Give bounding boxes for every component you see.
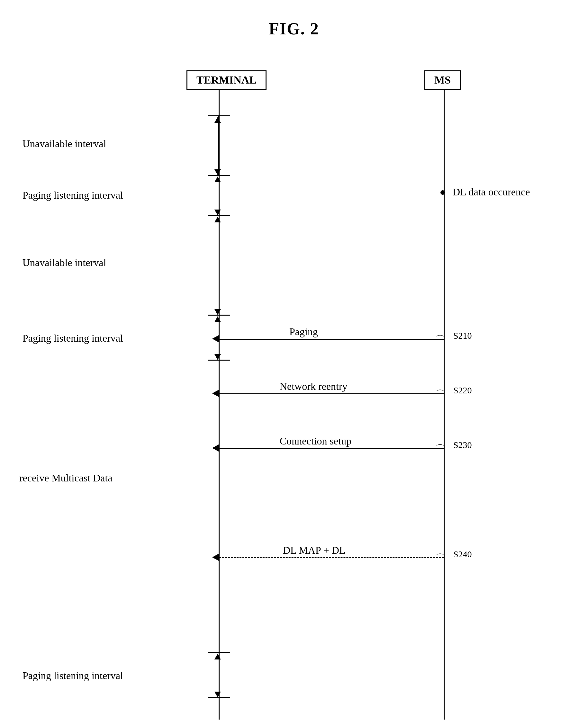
paging-arrow-line: [219, 339, 444, 340]
reentry-label: Network reentry: [280, 381, 348, 392]
arrow-up-unavail2: [214, 217, 221, 222]
tick-paging3-top: [208, 652, 230, 653]
ms-vline: [444, 90, 445, 720]
dl-data-dot: [440, 190, 445, 195]
paging-label: Paging: [289, 326, 318, 338]
arrow-down-unavail1: [214, 169, 221, 175]
receive-multicast-label: receive Multicast Data: [19, 472, 112, 484]
dlmap-bracket: ⌒: [436, 552, 445, 564]
tick-unavail1-top: [208, 115, 230, 116]
ms-box: MS: [424, 70, 461, 90]
page-title: FIG. 2: [0, 0, 588, 38]
diagram: TERMINAL MS Unavailable interval Paging …: [0, 51, 588, 726]
connsetup-arrowhead: [212, 444, 219, 452]
unavail1-line: [218, 115, 219, 175]
paging-step: S210: [453, 331, 472, 341]
connsetup-bracket: ⌒: [436, 443, 445, 455]
dlmap-arrowhead: [212, 553, 219, 561]
arrow-up-paging2: [214, 316, 221, 322]
dlmap-arrow-line: [219, 557, 444, 558]
terminal-vline: [218, 90, 219, 720]
reentry-bracket: ⌒: [436, 388, 445, 400]
dlmap-step: S240: [453, 549, 472, 559]
arrow-down-paging3: [214, 691, 221, 698]
paging1-label: Paging listening interval: [22, 189, 123, 201]
unavail2-label: Unavailable interval: [22, 257, 106, 269]
arrow-up-paging1: [214, 176, 221, 182]
arrow-down-paging1: [214, 210, 221, 215]
unavail1-label: Unavailable interval: [22, 138, 106, 150]
dl-data-label: DL data occurence: [453, 186, 530, 198]
connsetup-label: Connection setup: [280, 435, 351, 447]
paging2-label: Paging listening interval: [22, 332, 123, 344]
arrow-down-unavail2: [214, 309, 221, 315]
connsetup-arrow-line: [219, 448, 444, 449]
reentry-arrow-line: [219, 393, 444, 394]
connsetup-step: S230: [453, 440, 472, 450]
arrow-down-paging2: [214, 354, 221, 360]
reentry-step: S220: [453, 385, 472, 396]
terminal-box: TERMINAL: [187, 70, 267, 90]
dlmap-label: DL MAP + DL: [283, 544, 345, 556]
arrow-up-paging3: [214, 654, 221, 660]
paging3-label: Paging listening interval: [22, 670, 123, 682]
tick-unavail1-bot: [208, 175, 230, 176]
paging-bracket: ⌒: [436, 333, 445, 345]
arrow-up-unavail1: [214, 117, 221, 123]
reentry-arrowhead: [212, 389, 219, 397]
paging-arrowhead: [212, 335, 219, 343]
